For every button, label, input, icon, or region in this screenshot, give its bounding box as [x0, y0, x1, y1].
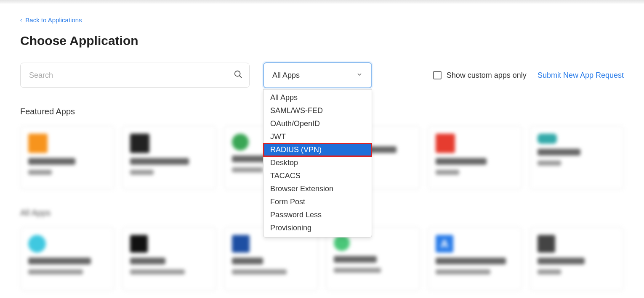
filter-option[interactable]: Provisioning: [263, 222, 372, 235]
search-input[interactable]: [20, 63, 250, 88]
filter-option[interactable]: OAuth/OpenID: [263, 117, 372, 130]
filter-wrapper: All Apps All AppsSAML/WS-FEDOAuth/OpenID…: [263, 62, 372, 88]
app-card[interactable]: [530, 227, 624, 291]
app-card[interactable]: A: [428, 227, 522, 291]
controls-row: All Apps All AppsSAML/WS-FEDOAuth/OpenID…: [20, 62, 624, 88]
filter-option[interactable]: Desktop: [263, 156, 372, 169]
submit-new-app-link[interactable]: Submit New App Request: [538, 71, 624, 80]
filter-option[interactable]: Form Post: [263, 195, 372, 208]
app-card[interactable]: [20, 126, 114, 190]
checkbox-icon: [433, 71, 442, 79]
svg-line-1: [240, 76, 242, 78]
filter-select[interactable]: All Apps: [263, 62, 372, 88]
filter-option[interactable]: JWT: [263, 130, 372, 143]
back-link-label: Back to Applications: [25, 16, 82, 24]
filter-option[interactable]: SAML/WS-FED: [263, 104, 372, 117]
filter-option[interactable]: RADIUS (VPN): [263, 143, 372, 156]
search-wrapper: [20, 63, 250, 88]
back-to-applications-link[interactable]: ‹ Back to Applications: [20, 16, 82, 24]
filter-option[interactable]: Password Less: [263, 208, 372, 222]
page-container: ‹ Back to Applications Choose Applicatio…: [0, 3, 644, 298]
chevron-down-icon: [356, 71, 363, 80]
show-custom-apps-checkbox[interactable]: Show custom apps only: [433, 71, 527, 80]
search-icon: [234, 70, 243, 81]
app-card[interactable]: [122, 227, 216, 291]
app-card[interactable]: [530, 126, 624, 190]
filter-selected-label: All Apps: [272, 71, 300, 80]
svg-point-0: [235, 71, 240, 76]
top-bar: [0, 0, 644, 3]
filter-option[interactable]: All Apps: [263, 91, 372, 104]
page-title: Choose Application: [20, 34, 624, 48]
app-card[interactable]: [20, 227, 114, 291]
filter-option[interactable]: TACACS: [263, 169, 372, 182]
app-card[interactable]: [428, 126, 522, 190]
checkbox-label: Show custom apps only: [447, 71, 527, 80]
app-card[interactable]: [122, 126, 216, 190]
chevron-left-icon: ‹: [20, 17, 22, 23]
filter-dropdown: All AppsSAML/WS-FEDOAuth/OpenIDJWTRADIUS…: [263, 89, 372, 237]
right-controls: Show custom apps only Submit New App Req…: [433, 71, 624, 80]
filter-option[interactable]: Browser Extension: [263, 182, 372, 195]
